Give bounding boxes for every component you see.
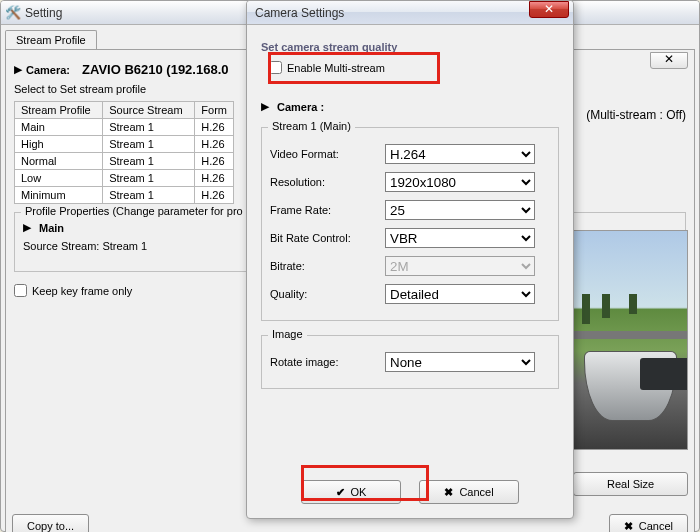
select-video-format[interactable]: H.264 (385, 144, 535, 164)
image-legend: Image (268, 328, 307, 340)
highlight-enable-multistream (268, 52, 440, 84)
table-row[interactable]: LowStream 1H.26 (15, 170, 234, 187)
label-resolution: Resolution: (270, 176, 385, 188)
real-size-button[interactable]: Real Size (573, 472, 688, 496)
main-cancel-button[interactable]: ✖ Cancel (609, 514, 688, 532)
table-row[interactable]: NormalStream 1H.26 (15, 153, 234, 170)
keep-keyframe-checkbox[interactable]: Keep key frame only (14, 284, 132, 297)
camera-heading: Camera: (26, 64, 70, 76)
label-rotate: Rotate image: (270, 356, 385, 368)
select-frame-rate[interactable]: 25 (385, 200, 535, 220)
real-size-label: Real Size (607, 478, 654, 490)
section-camera-label: Camera : (277, 101, 324, 113)
col-profile: Stream Profile (15, 102, 103, 119)
copy-to-label: Copy to... (27, 520, 74, 532)
camera-name: ZAVIO B6210 (192.168.0 (82, 62, 228, 77)
dialog-content: Set camera stream quality Enable Multi-s… (251, 29, 569, 514)
col-format: Form (195, 102, 234, 119)
camera-preview (573, 230, 688, 450)
cancel-button[interactable]: ✖ Cancel (419, 480, 519, 504)
stream1-group: Stream 1 (Main) Video Format: H.264 Reso… (261, 127, 559, 321)
select-rotate[interactable]: None (385, 352, 535, 372)
image-group: Image Rotate image: None (261, 335, 559, 389)
x-icon: ✖ (444, 486, 453, 499)
profile-table: Stream Profile Source Stream Form MainSt… (14, 101, 234, 204)
table-row[interactable]: HighStream 1H.26 (15, 136, 234, 153)
table-header: Stream Profile Source Stream Form (15, 102, 234, 119)
expand-icon[interactable]: ▶ (14, 63, 22, 76)
main-label: Main (39, 222, 64, 234)
profile-properties-legend: Profile Properties (Change parameter for… (21, 205, 247, 217)
preview-tree (602, 294, 610, 318)
col-source: Source Stream (103, 102, 195, 119)
expand-icon[interactable]: ▶ (261, 100, 269, 113)
panel-close-button[interactable]: ✕ (650, 52, 688, 69)
preview-road (574, 331, 687, 339)
label-bitrate-control: Bit Rate Control: (270, 232, 385, 244)
table-row[interactable]: MinimumStream 1H.26 (15, 187, 234, 204)
preview-car-roof (584, 351, 677, 421)
app-icon: 🛠️ (5, 5, 21, 21)
main-cancel-label: Cancel (639, 520, 673, 532)
cancel-label: Cancel (459, 486, 493, 498)
label-quality: Quality: (270, 288, 385, 300)
label-video-format: Video Format: (270, 148, 385, 160)
label-bitrate: Bitrate: (270, 260, 385, 272)
dialog-title: Camera Settings (251, 6, 529, 20)
preview-tree (629, 294, 637, 314)
select-bitrate-control[interactable]: VBR (385, 228, 535, 248)
dialog-scroll: Set camera stream quality Enable Multi-s… (261, 33, 559, 466)
highlight-ok-button (301, 465, 429, 501)
label-frame-rate: Frame Rate: (270, 204, 385, 216)
keep-keyframe-input[interactable] (14, 284, 27, 297)
multi-stream-status: (Multi-stream : Off) (586, 108, 686, 122)
select-resolution[interactable]: 1920x1080 (385, 172, 535, 192)
expand-icon[interactable]: ▶ (23, 221, 31, 234)
tab-stream-profile[interactable]: Stream Profile (5, 30, 97, 50)
select-bitrate: 2M (385, 256, 535, 276)
stream1-legend: Stream 1 (Main) (268, 120, 355, 132)
preview-tree (582, 294, 590, 324)
preview-sunroof (640, 358, 688, 390)
copy-to-button[interactable]: Copy to... (12, 514, 89, 532)
dialog-titlebar: Camera Settings ✕ (247, 1, 573, 25)
dialog-close-button[interactable]: ✕ (529, 1, 569, 18)
table-row[interactable]: MainStream 1H.26 (15, 119, 234, 136)
section-camera: ▶ Camera : (261, 100, 559, 113)
select-quality[interactable]: Detailed (385, 284, 535, 304)
x-icon: ✖ (624, 520, 633, 533)
keep-keyframe-label: Keep key frame only (32, 285, 132, 297)
